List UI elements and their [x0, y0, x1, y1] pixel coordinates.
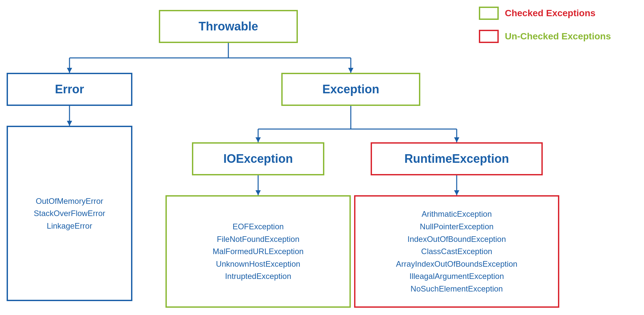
- exception-node: Exception: [281, 73, 420, 106]
- list-item: OutOfMemoryError: [36, 196, 103, 207]
- exception-label: Exception: [322, 82, 379, 96]
- legend: Checked Exceptions Un-Checked Exceptions: [479, 7, 611, 43]
- legend-unchecked: Un-Checked Exceptions: [479, 30, 611, 43]
- list-item: FileNotFoundException: [217, 234, 299, 245]
- throwable-label: Throwable: [199, 20, 258, 33]
- svg-marker-15: [67, 121, 72, 126]
- error-label: Error: [55, 82, 84, 96]
- error-list-box: OutOfMemoryErrorStackOverFlowErrorLinkag…: [7, 126, 132, 301]
- list-item: ArrayIndexOutOfBoundsException: [396, 258, 518, 270]
- legend-checked: Checked Exceptions: [479, 7, 611, 20]
- list-item: StackOverFlowError: [34, 208, 105, 219]
- list-item: IndexOutOfBoundException: [407, 234, 506, 245]
- svg-marker-19: [454, 190, 459, 195]
- list-item: UnknownHostException: [216, 258, 300, 270]
- list-item: NoSuchElementException: [411, 283, 503, 294]
- list-item: EOFException: [233, 221, 284, 232]
- list-item: ArithmaticException: [422, 208, 492, 220]
- legend-unchecked-label: Un-Checked Exceptions: [505, 31, 611, 42]
- error-node: Error: [7, 73, 132, 106]
- list-item: MalFormedURLException: [213, 246, 304, 257]
- list-item: IntruptedException: [225, 271, 291, 282]
- list-item: ClassCastException: [421, 246, 492, 257]
- list-item: NullPointerException: [420, 221, 494, 232]
- runtimeexception-label: RuntimeException: [404, 152, 509, 166]
- legend-checked-box: [479, 7, 499, 20]
- legend-unchecked-box: [479, 30, 499, 43]
- list-item: LinkageError: [47, 220, 92, 232]
- runtimeexception-node: RuntimeException: [371, 142, 543, 175]
- svg-marker-3: [67, 68, 72, 73]
- list-item: IlleagalArgumentException: [409, 271, 504, 282]
- throwable-node: Throwable: [159, 10, 298, 43]
- diagram-container: Throwable Error Exception IOException Ru…: [0, 0, 644, 315]
- svg-marker-10: [255, 137, 261, 142]
- svg-marker-13: [454, 137, 459, 142]
- svg-marker-17: [255, 190, 261, 195]
- legend-checked-label: Checked Exceptions: [505, 8, 595, 19]
- ioexception-label: IOException: [223, 152, 293, 166]
- runtime-list-box: ArithmaticExceptionNullPointerExceptionI…: [354, 195, 559, 308]
- svg-marker-6: [348, 68, 353, 73]
- ioexception-node: IOException: [192, 142, 324, 175]
- ioexception-list-box: EOFExceptionFileNotFoundExceptionMalForm…: [165, 195, 351, 308]
